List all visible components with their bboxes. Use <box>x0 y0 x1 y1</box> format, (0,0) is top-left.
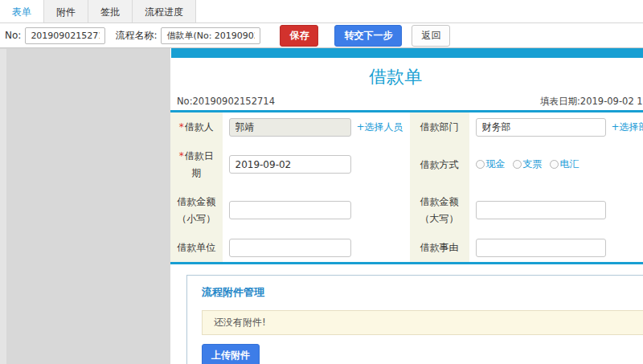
loan-date-label-text: 借款日期 <box>185 150 214 178</box>
department-input[interactable] <box>476 118 606 137</box>
required-asterisk: * <box>179 121 184 133</box>
loan-reason-input[interactable] <box>476 239 606 257</box>
next-step-button[interactable]: 转交下一步 <box>334 25 402 47</box>
radio-cheque[interactable]: 支票 <box>513 157 543 171</box>
loan-method-label: 借款方式 <box>410 141 469 187</box>
radio-icon[interactable] <box>476 160 485 169</box>
process-name-input[interactable] <box>161 27 260 44</box>
header: 表单 附件 签批 流程进度 No: 流程名称: 保存 转交下一步 返回 <box>0 0 643 48</box>
form-date-text: 填表日期:2019-09-02 15:27:1 <box>540 96 643 108</box>
no-attachment-message: 还没有附件! <box>202 310 643 335</box>
table-row: *借款日期 借款方式 现金 支票 电 <box>170 141 643 187</box>
table-row: 借款单位 借款事由 <box>170 233 643 264</box>
table-row: 借款金额（小写） 借款金额（大写） <box>170 187 643 233</box>
tab-form[interactable]: 表单 <box>0 0 44 22</box>
process-name-label: 流程名称: <box>115 29 157 43</box>
loan-form-panel: 借款单 No:20190902152714 填表日期:2019-09-02 15… <box>170 47 643 364</box>
table-row: *借款人 +选择人员 借款部门 +选择部门 <box>170 112 643 141</box>
radio-icon[interactable] <box>550 160 559 169</box>
select-department-link[interactable]: +选择部门 <box>612 121 643 133</box>
upload-attachment-button[interactable]: 上传附件 <box>202 344 260 364</box>
tab-attachment[interactable]: 附件 <box>44 0 88 22</box>
loan-date-label: *借款日期 <box>170 141 223 187</box>
tabbar-filler <box>196 0 643 22</box>
borrower-input[interactable] <box>229 118 351 137</box>
tab-bar: 表单 附件 签批 流程进度 <box>0 0 643 23</box>
amount-small-label: 借款金额（小写） <box>170 187 223 233</box>
loan-form-table: *借款人 +选择人员 借款部门 +选择部门 *借款日期 借款方式 <box>170 112 643 264</box>
tab-progress[interactable]: 流程进度 <box>133 0 196 22</box>
borrower-label-text: 借款人 <box>185 121 214 133</box>
radio-wire[interactable]: 电汇 <box>550 157 580 171</box>
borrower-label: *借款人 <box>170 112 223 141</box>
save-button[interactable]: 保存 <box>280 25 318 47</box>
left-edge-strip <box>0 49 6 364</box>
loan-unit-input[interactable] <box>229 239 351 257</box>
required-asterisk: * <box>179 150 184 162</box>
radio-icon[interactable] <box>513 160 522 169</box>
tab-approval[interactable]: 签批 <box>88 0 133 22</box>
loan-date-input[interactable] <box>229 155 351 174</box>
amount-big-input[interactable] <box>476 201 606 219</box>
select-person-link[interactable]: +选择人员 <box>357 121 403 133</box>
loan-unit-label: 借款单位 <box>170 233 223 264</box>
loan-method-radio-group: 现金 支票 电汇 <box>476 157 580 171</box>
toolbar: No: 流程名称: 保存 转交下一步 返回 <box>0 23 643 48</box>
form-meta-row: No:20190902152714 填表日期:2019-09-02 15:27:… <box>170 93 643 110</box>
radio-cash-label: 现金 <box>486 157 506 171</box>
form-number-text: No:20190902152714 <box>177 96 275 107</box>
loan-reason-label: 借款事由 <box>410 233 469 264</box>
panel-top-bar <box>171 47 643 58</box>
radio-wire-label: 电汇 <box>560 157 580 171</box>
no-input[interactable] <box>25 27 105 44</box>
no-label: No: <box>5 30 21 41</box>
amount-big-label: 借款金额（大写） <box>410 187 469 233</box>
department-label: 借款部门 <box>410 112 469 141</box>
radio-cash[interactable]: 现金 <box>476 157 506 171</box>
amount-small-input[interactable] <box>229 201 351 219</box>
attachment-section-title: 流程附件管理 <box>202 285 643 300</box>
form-title: 借款单 <box>170 58 620 93</box>
radio-cheque-label: 支票 <box>523 157 543 171</box>
attachment-section: 流程附件管理 还没有附件! 上传附件 <box>186 275 643 364</box>
back-button[interactable]: 返回 <box>412 25 450 47</box>
